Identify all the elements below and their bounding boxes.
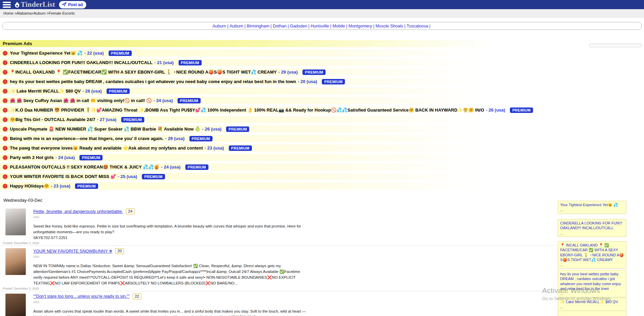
premium-ad-age: - 24 (usa) bbox=[55, 155, 75, 160]
city-link[interactable]: Gadsden bbox=[290, 24, 307, 28]
premium-ad-title[interactable]: Upscale Playmate 🚨 NEW NUMBER 💦 Super So… bbox=[10, 126, 200, 132]
premium-ad-row[interactable]: ↑ YOUR WINTER FAVORITE IS BACK DONT MISS… bbox=[0, 173, 644, 180]
sidebar-ad-more: ... bbox=[560, 313, 624, 316]
premium-ad-age: - 24 (usa) bbox=[161, 164, 180, 170]
premium-ad-title[interactable]: ✨K.O Daa NUMBER 🐯 PROVIDER 🧍✨💕AMAZING Th… bbox=[10, 107, 484, 113]
listing-title-link[interactable]: Petite, brunette, and dangerously unforg… bbox=[33, 209, 123, 214]
floating-scrollbar[interactable] bbox=[589, 44, 642, 47]
premium-ads-section: Premium Ads ↑ Your Tightest Experience Y… bbox=[0, 40, 644, 190]
up-arrow-icon: ↑ bbox=[3, 89, 7, 94]
premium-ad-title[interactable]: Party with 2 Hot girls bbox=[10, 155, 54, 160]
city-link[interactable]: Tuscaloosa bbox=[407, 24, 428, 28]
premium-ad-row[interactable]: ↑ hey its your best wettes petite baby D… bbox=[0, 78, 644, 85]
up-arrow-icon: ↑ bbox=[3, 155, 7, 160]
listing-thumbnail[interactable] bbox=[5, 294, 26, 316]
premium-ad-title[interactable]: 🌺 🌺 Sexy CuRvy Asian 🌺 🌺 in call 🤲 visit… bbox=[10, 98, 152, 103]
premium-badge: PREMIUM bbox=[229, 145, 252, 151]
sidebar-ad-title[interactable]: hey its your best wettes petite baby DRE… bbox=[560, 272, 624, 291]
listing-description: NEW IN TOWNMy name is Dallas !Seductive,… bbox=[33, 263, 310, 286]
premium-ad-title[interactable]: 📍INCALL OAKLAND 📍 ✅FACETIME/CAR✅ WITH A … bbox=[10, 70, 277, 75]
city-link[interactable]: Auburn bbox=[229, 24, 243, 28]
premium-ad-age: - 22 (usa) bbox=[85, 51, 104, 56]
premium-ad-row[interactable]: ↑ Your Tightest Experience Yet😼 💦 - 22 (… bbox=[0, 50, 644, 57]
premium-badge: PREMIUM bbox=[178, 98, 201, 103]
premium-badge: PREMIUM bbox=[322, 79, 345, 84]
sidebar-ad-title[interactable]: Your Tightest Experience Yet😼 💦 bbox=[560, 202, 624, 207]
premium-ad-age: - 28 (usa) bbox=[82, 88, 102, 94]
up-arrow-icon: ↑ bbox=[3, 51, 7, 56]
city-link[interactable]: Dothan bbox=[273, 24, 287, 28]
listing-thumbnail[interactable] bbox=[5, 248, 26, 275]
sidebar-ad-box[interactable]: CINDERELLA LOOKING FOR FUN!!! OAKLAND!!!… bbox=[558, 219, 626, 237]
premium-ad-row[interactable]: ↑ 🤗Big Tits Girl - OUTCALL Available 24/… bbox=[0, 116, 644, 123]
premium-ad-title[interactable]: hey its your best wettes petite baby DRE… bbox=[10, 79, 296, 84]
brand-logo[interactable]: TinderList bbox=[14, 0, 55, 9]
listing-list: Petite, brunette, and dangerously unforg… bbox=[0, 206, 644, 316]
breadcrumb-link[interactable]: Auburn bbox=[34, 11, 45, 15]
hamburger-menu-icon[interactable] bbox=[3, 2, 11, 8]
breadcrumb-link[interactable]: Female Escorts bbox=[49, 11, 75, 15]
premium-ad-row[interactable]: ↑ Upscale Playmate 🚨 NEW NUMBER 💦 Super … bbox=[0, 125, 644, 133]
premium-badge: PREMIUM bbox=[79, 155, 103, 160]
up-arrow-icon: ↑ bbox=[3, 146, 7, 151]
listings-section: Wednesday-03-Dec Petite, brunette, and d… bbox=[0, 198, 644, 316]
premium-badge: PREMIUM bbox=[302, 70, 326, 75]
post-ad-button[interactable]: Post ad bbox=[59, 1, 86, 8]
city-link[interactable]: Muscle Shoals bbox=[375, 24, 403, 28]
sidebar-ad-box[interactable]: ... bbox=[558, 311, 626, 316]
premium-ad-row[interactable]: ↑ PLEASANTON OUTCALLS !! SEXY KOREAN🥵 TH… bbox=[0, 163, 644, 171]
listing-country: USA bbox=[33, 300, 310, 304]
up-arrow-icon: ↑ bbox=[3, 60, 7, 65]
up-arrow-icon: ↑ bbox=[3, 70, 7, 75]
city-link[interactable]: Auburn bbox=[213, 24, 226, 28]
city-link[interactable]: Huntsville bbox=[311, 24, 329, 28]
premium-ad-row[interactable]: ↑ Happy HOlidays🤗 - 23 (usa) PREMIUM bbox=[0, 182, 644, 190]
premium-ad-title[interactable]: PLEASANTON OUTCALLS !! SEXY KOREAN🥵 THIC… bbox=[10, 164, 159, 170]
premium-ad-title[interactable]: Happy HOlidays🤗 bbox=[10, 183, 49, 189]
premium-ad-title[interactable]: Your Tightest Experience Yet😼 💦 bbox=[10, 51, 83, 56]
premium-ad-row[interactable]: ↑ 🌺 🌺 Sexy CuRvy Asian 🌺 🌺 in call 🤲 vis… bbox=[0, 97, 644, 104]
premium-ad-row[interactable]: ↑ Party with 2 Hot girls - 24 (usa) PREM… bbox=[0, 154, 644, 161]
sidebar-ad-title[interactable]: CINDERELLA LOOKING FOR FUN!!! OAKLAND!!!… bbox=[560, 221, 624, 231]
city-link[interactable]: Birmingham bbox=[247, 24, 270, 28]
premium-ad-title[interactable]: Being with me is an experience—one that … bbox=[10, 136, 163, 141]
city-nav: Auburn | Auburn | Birmingham | Dothan | … bbox=[2, 22, 642, 30]
breadcrumb-link[interactable]: Alabama bbox=[17, 11, 31, 15]
breadcrumb-link[interactable]: Home bbox=[3, 11, 13, 15]
up-arrow-icon: ↑ bbox=[3, 79, 7, 84]
premium-ad-row[interactable]: ↑ ✨K.O Daa NUMBER 🐯 PROVIDER 🧍✨💕AMAZING … bbox=[0, 106, 644, 114]
city-link[interactable]: Mobile bbox=[332, 24, 345, 28]
city-separator: | bbox=[403, 24, 406, 28]
premium-ad-title[interactable]: The pawg that everyone loves😼 Ready and … bbox=[10, 145, 203, 151]
date-header: Wednesday-03-Dec bbox=[0, 198, 644, 206]
premium-ads-heading: Premium Ads bbox=[0, 40, 644, 47]
listing-thumbnail[interactable] bbox=[5, 209, 26, 235]
sidebar-ad-title[interactable]: 📍 INCALL OAKLAND 📍 ✅ FACETIME/CAR ✅ WITH… bbox=[560, 243, 624, 262]
listing-title-link[interactable]: YOUR NEW FAVORITE SNOWBUNNY ❄ bbox=[33, 249, 112, 254]
premium-ad-title[interactable]: YOUR WINTER FAVORITE IS BACK DONT MISS 💕 bbox=[10, 174, 116, 179]
premium-ad-row[interactable]: ↑ ✨ Lake Merritt INCALL✨ $80 QV - 28 (us… bbox=[0, 87, 644, 95]
sidebar-ad-box[interactable]: hey its your best wettes petite baby DRE… bbox=[558, 270, 626, 297]
premium-ad-age: - 20 (usa) bbox=[298, 79, 317, 84]
premium-ad-age: - 29 (usa) bbox=[278, 70, 298, 75]
up-arrow-icon: ↑ bbox=[3, 165, 7, 170]
city-link[interactable]: Montgomery bbox=[348, 24, 372, 28]
city-separator: | bbox=[428, 24, 431, 28]
premium-ad-title[interactable]: CINDERELLA LOOKING FOR FUN!!! OAKLAND!!!… bbox=[10, 60, 153, 65]
premium-ad-row[interactable]: ↑ 📍INCALL OAKLAND 📍 ✅FACETIME/CAR✅ WITH … bbox=[0, 68, 644, 76]
sidebar-ad-box[interactable]: 📍 INCALL OAKLAND 📍 ✅ FACETIME/CAR ✅ WITH… bbox=[558, 241, 626, 269]
sidebar-ad-title[interactable]: ✨ Lake Merritt INCALL✨ $80 QV bbox=[560, 299, 624, 304]
city-separator: | bbox=[269, 24, 273, 28]
sidebar-ad-box[interactable]: Your Tightest Experience Yet😼 💦 ... bbox=[558, 201, 626, 214]
city-separator: | bbox=[345, 24, 348, 28]
premium-ad-title[interactable]: 🤗Big Tits Girl - OUTCALL Available 24/7 bbox=[10, 117, 95, 122]
premium-ad-row[interactable]: ↑ The pawg that everyone loves😼 Ready an… bbox=[0, 144, 644, 152]
premium-ad-age: - 26 (usa) bbox=[486, 107, 505, 113]
premium-ad-title[interactable]: ✨ Lake Merritt INCALL✨ $80 QV bbox=[10, 88, 81, 94]
listing-row: Petite, brunette, and dangerously unforg… bbox=[0, 206, 554, 246]
sidebar-ad-box[interactable]: ✨ Lake Merritt INCALL✨ $80 QV ... bbox=[558, 298, 626, 311]
listing-title-link[interactable]: “"Don't stare too long... unless you're … bbox=[33, 294, 130, 299]
premium-ad-row[interactable]: ↑ Being with me is an experience—one tha… bbox=[0, 135, 644, 142]
listing-description: Asian allure with curves that speak loud… bbox=[33, 309, 310, 316]
premium-ad-row[interactable]: ↑ CINDERELLA LOOKING FOR FUN!!! OAKLAND!… bbox=[0, 59, 644, 66]
